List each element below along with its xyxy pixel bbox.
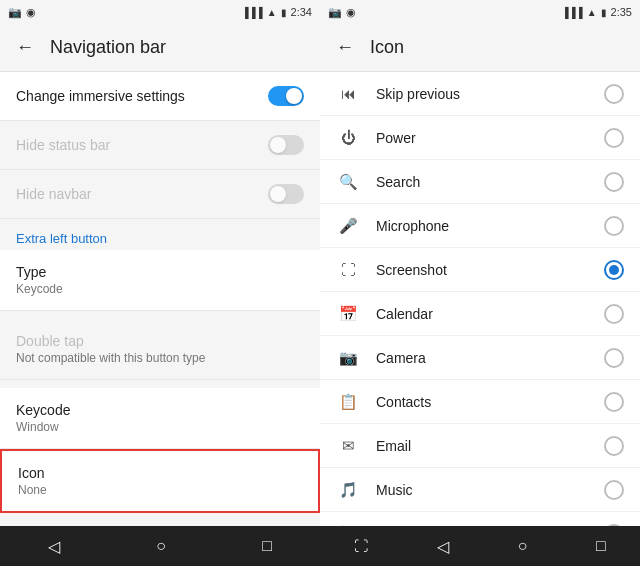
keycode-value: Window [16, 420, 70, 434]
icon-list-item-calendar[interactable]: 📅Calendar [320, 292, 640, 336]
right-back-button[interactable]: ← [336, 37, 354, 58]
right-recents-nav[interactable]: □ [596, 537, 606, 555]
double-tap-sub: Not compatible with this button type [16, 351, 205, 365]
double-tap-item: Double tap Not compatible with this butt… [0, 319, 320, 380]
icon-list-item-camera[interactable]: 📷Camera [320, 336, 640, 380]
power-symbol: ⏻ [336, 129, 360, 146]
wifi-status-icon: ◉ [26, 6, 36, 19]
type-item[interactable]: Type Keycode [0, 250, 320, 311]
left-status-bar: 📷 ◉ ▐▐▐ ▲ ▮ 2:34 [0, 0, 320, 24]
icon-list: ⏮Skip previous⏻Power🔍Search🎤Microphone⛶S… [320, 72, 640, 526]
left-nav-bar: ◁ ○ □ [0, 526, 320, 566]
icon-list-item-contacts[interactable]: 📋Contacts [320, 380, 640, 424]
power-radio[interactable] [604, 128, 624, 148]
immersive-toggle[interactable] [268, 86, 304, 106]
search-symbol: 🔍 [336, 173, 360, 191]
icon-list-item-skip_previous[interactable]: ⏮Skip previous [320, 72, 640, 116]
signal-icon: ▐▐▐ [241, 7, 262, 18]
right-toolbar: ← Icon [320, 24, 640, 72]
search-radio[interactable] [604, 172, 624, 192]
icon-list-item-microphone[interactable]: 🎤Microphone [320, 204, 640, 248]
left-toolbar-title: Navigation bar [50, 37, 166, 58]
screenshot-symbol: ⛶ [336, 261, 360, 278]
right-screenshot-nav[interactable]: ⛶ [354, 538, 368, 554]
left-time: 2:34 [291, 6, 312, 18]
wifi-icon: ▲ [267, 7, 277, 18]
music-label: Music [376, 482, 588, 498]
right-status-left: 📷 ◉ [328, 6, 356, 19]
music-symbol: 🎵 [336, 481, 360, 499]
battery-icon: ▮ [281, 7, 287, 18]
status-right: ▐▐▐ ▲ ▮ 2:34 [241, 6, 312, 18]
immersive-label: Change immersive settings [16, 88, 185, 104]
search-label: Search [376, 174, 588, 190]
right-dot-icon: ◉ [346, 6, 356, 19]
hide-navbar-toggle[interactable] [268, 184, 304, 204]
skip_previous-radio[interactable] [604, 84, 624, 104]
right-battery-icon: ▮ [601, 7, 607, 18]
left-toolbar: ← Navigation bar [0, 24, 320, 72]
keycode-item[interactable]: Keycode Window [0, 388, 320, 449]
right-signal-icon: ▐▐▐ [561, 7, 582, 18]
right-wifi-icon: ▲ [587, 7, 597, 18]
left-panel: 📷 ◉ ▐▐▐ ▲ ▮ 2:34 ← Navigation bar Change… [0, 0, 320, 566]
microphone-label: Microphone [376, 218, 588, 234]
email-symbol: ✉ [336, 437, 360, 455]
microphone-radio[interactable] [604, 216, 624, 236]
hide-navbar-item[interactable]: Hide navbar [0, 170, 320, 219]
left-recents-nav[interactable]: □ [262, 537, 272, 555]
right-status-right: ▐▐▐ ▲ ▮ 2:35 [561, 6, 632, 18]
calendar-label: Calendar [376, 306, 588, 322]
left-home-nav[interactable]: ○ [156, 537, 166, 555]
right-camera-icon: 📷 [328, 6, 342, 19]
extra-right-header[interactable]: Extra right button [0, 513, 320, 526]
right-home-nav[interactable]: ○ [518, 537, 528, 555]
icon-label: Icon [18, 465, 47, 481]
music-radio[interactable] [604, 480, 624, 500]
left-back-nav[interactable]: ◁ [48, 537, 60, 556]
right-panel: 📷 ◉ ▐▐▐ ▲ ▮ 2:35 ← Icon ⏮Skip previous⏻P… [320, 0, 640, 566]
calendar-radio[interactable] [604, 304, 624, 324]
calendar-symbol: 📅 [336, 305, 360, 323]
divider2 [0, 380, 320, 388]
right-nav-bar: ⛶ ◁ ○ □ [320, 526, 640, 566]
screenshot-radio[interactable] [604, 260, 624, 280]
hide-status-item[interactable]: Hide status bar [0, 121, 320, 170]
skip_previous-label: Skip previous [376, 86, 588, 102]
type-label: Type [16, 264, 63, 280]
immersive-settings-item[interactable]: Change immersive settings [0, 72, 320, 121]
left-content: Change immersive settings Hide status ba… [0, 72, 320, 526]
contacts-label: Contacts [376, 394, 588, 410]
divider1 [0, 311, 320, 319]
icon-item[interactable]: Icon None [0, 449, 320, 513]
right-toolbar-title: Icon [370, 37, 404, 58]
power-label: Power [376, 130, 588, 146]
icon-list-item-power[interactable]: ⏻Power [320, 116, 640, 160]
camera-label: Camera [376, 350, 588, 366]
contacts-radio[interactable] [604, 392, 624, 412]
skip_previous-symbol: ⏮ [336, 85, 360, 102]
hide-status-toggle[interactable] [268, 135, 304, 155]
icon-list-item-phone[interactable]: 📞Phone [320, 512, 640, 526]
camera-symbol: 📷 [336, 349, 360, 367]
email-label: Email [376, 438, 588, 454]
email-radio[interactable] [604, 436, 624, 456]
double-tap-label: Double tap [16, 333, 205, 349]
camera-status-icon: 📷 [8, 6, 22, 19]
right-time: 2:35 [611, 6, 632, 18]
icon-value: None [18, 483, 47, 497]
contacts-symbol: 📋 [336, 393, 360, 411]
left-back-button[interactable]: ← [16, 37, 34, 58]
icon-list-item-screenshot[interactable]: ⛶Screenshot [320, 248, 640, 292]
icon-list-item-search[interactable]: 🔍Search [320, 160, 640, 204]
icon-list-item-music[interactable]: 🎵Music [320, 468, 640, 512]
status-left-icons: 📷 ◉ [8, 6, 36, 19]
extra-left-header[interactable]: Extra left button [0, 219, 320, 250]
icon-list-item-email[interactable]: ✉Email [320, 424, 640, 468]
camera-radio[interactable] [604, 348, 624, 368]
type-value: Keycode [16, 282, 63, 296]
right-status-bar: 📷 ◉ ▐▐▐ ▲ ▮ 2:35 [320, 0, 640, 24]
microphone-symbol: 🎤 [336, 217, 360, 235]
keycode-label: Keycode [16, 402, 70, 418]
right-back-nav[interactable]: ◁ [437, 537, 449, 556]
